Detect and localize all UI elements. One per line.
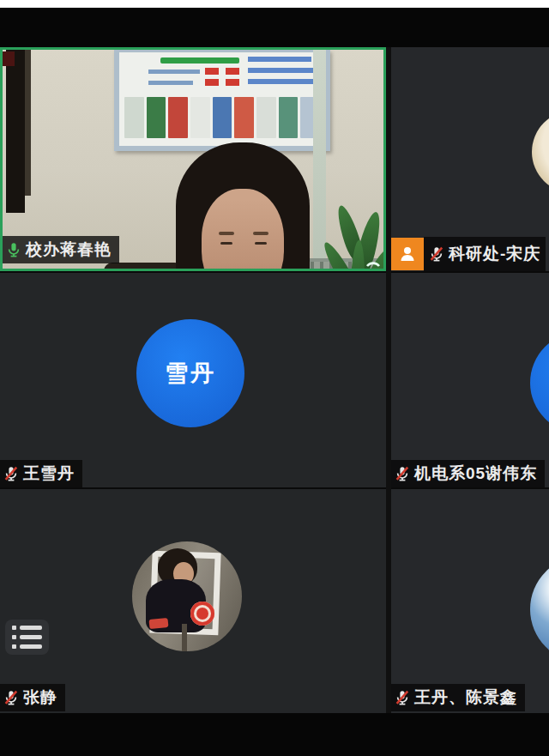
mic-muted-icon xyxy=(3,465,20,482)
participant-name: 校办蒋春艳 xyxy=(26,239,112,261)
letterbox-top xyxy=(0,8,549,47)
wall-poster xyxy=(114,50,330,151)
avatar-photo xyxy=(132,541,242,651)
participant-name-label: 张静 xyxy=(0,684,65,711)
avatar-initials-partial xyxy=(530,332,549,433)
participant-name: 机电系05谢伟东 xyxy=(414,463,537,485)
participant-name-label: 王雪丹 xyxy=(0,460,82,487)
participant-tile-1-active-speaker[interactable]: 校办蒋春艳 xyxy=(0,47,386,271)
participant-name-label: 校办蒋春艳 xyxy=(3,236,119,263)
meeting-gallery: 校办蒋春艳 科研处-宋庆 xyxy=(0,0,549,756)
participant-name-label: 机电系05谢伟东 xyxy=(391,460,545,487)
mic-muted-icon xyxy=(3,689,20,706)
mic-on-icon xyxy=(5,241,22,258)
participant-name-label: 科研处-宋庆 xyxy=(424,237,546,271)
participant-tile-5[interactable]: 张静 xyxy=(0,489,386,713)
hand-raised-badge xyxy=(391,238,424,270)
tile-divider xyxy=(386,47,391,713)
avatar-initials-text: 雪丹 xyxy=(165,358,216,389)
avatar-photo-partial xyxy=(532,111,549,193)
participant-tile-3[interactable]: 雪丹 王雪丹 xyxy=(0,273,386,487)
avatar-photo-partial xyxy=(530,556,549,662)
avatar-initials: 雪丹 xyxy=(136,319,244,427)
participant-tile-2[interactable]: 科研处-宋庆 xyxy=(391,47,549,271)
participant-name: 王丹、陈景鑫 xyxy=(414,686,517,709)
mic-muted-icon xyxy=(394,689,411,706)
participant-name-label: 王丹、陈景鑫 xyxy=(391,684,525,711)
mic-muted-icon xyxy=(394,465,411,482)
signal-quality-icon xyxy=(365,256,382,267)
list-indicator-icon xyxy=(5,620,49,655)
person-icon xyxy=(397,244,418,264)
letterbox-bottom xyxy=(0,713,549,756)
participant-tile-6[interactable]: 王丹、陈景鑫 xyxy=(391,489,549,713)
window-top-strip xyxy=(0,0,549,8)
mic-muted-icon xyxy=(428,245,445,263)
participant-name: 科研处-宋庆 xyxy=(449,243,540,265)
participant-name: 王雪丹 xyxy=(23,463,75,485)
participant-name: 张静 xyxy=(23,686,57,709)
participant-tile-4[interactable]: 机电系05谢伟东 xyxy=(391,273,549,487)
